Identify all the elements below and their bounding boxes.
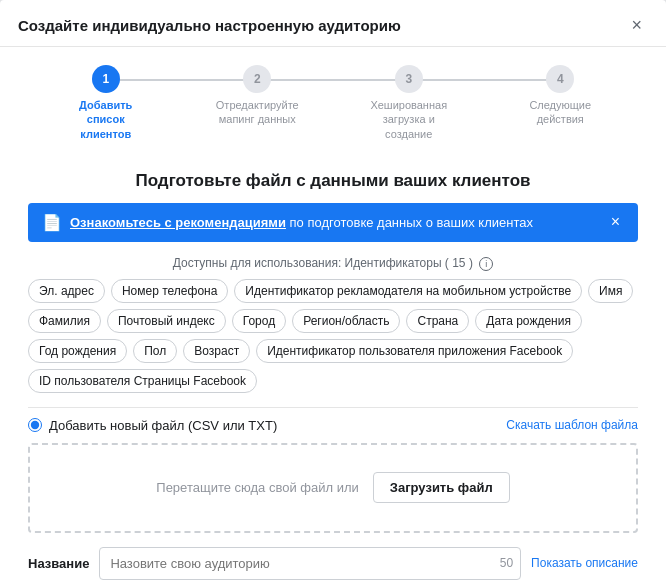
radio-label[interactable]: Добавить новый файл (CSV или TXT) bbox=[28, 418, 277, 433]
dropzone[interactable]: Перетащите сюда свой файл или Загрузить … bbox=[28, 443, 638, 533]
tag-item: Идентификатор пользователя приложения Fa… bbox=[256, 339, 573, 363]
step-2-label: Отредактируйте мапинг данных bbox=[212, 98, 302, 127]
modal-header: Создайте индивидуально настроенную аудит… bbox=[0, 0, 666, 47]
tag-item: Пол bbox=[133, 339, 177, 363]
download-link[interactable]: Скачать шаблон файла bbox=[506, 418, 638, 432]
modal-content: Подготовьте файл с данными ваших клиенто… bbox=[0, 155, 666, 580]
banner-close-button[interactable]: × bbox=[607, 214, 624, 230]
modal-title: Создайте индивидуально настроенную аудит… bbox=[18, 17, 401, 34]
tag-item: ID пользователя Страницы Facebook bbox=[28, 369, 257, 393]
audience-name-input[interactable] bbox=[99, 547, 521, 580]
radio-row: Добавить новый файл (CSV или TXT) Скачат… bbox=[28, 418, 638, 433]
tag-item: Фамилия bbox=[28, 309, 101, 333]
tag-item: Страна bbox=[406, 309, 469, 333]
tag-item: Идентификатор рекламодателя на мобильном… bbox=[234, 279, 582, 303]
step-1: 1 Добавить список клиентов bbox=[30, 65, 182, 141]
step-3: 3 Хешированная загрузка и создание bbox=[333, 65, 485, 141]
tag-item: Возраст bbox=[183, 339, 250, 363]
tag-item: Дата рождения bbox=[475, 309, 582, 333]
doc-icon: 📄 bbox=[42, 213, 62, 232]
tags-container: Эл. адресНомер телефонаИдентификатор рек… bbox=[28, 279, 638, 393]
tag-item: Эл. адрес bbox=[28, 279, 105, 303]
step-4: 4 Следующие действия bbox=[485, 65, 637, 127]
banner-text: 📄 Ознакомьтесь с рекомендациями по подго… bbox=[42, 213, 533, 232]
tag-item: Номер телефона bbox=[111, 279, 228, 303]
modal: Создайте индивидуально настроенную аудит… bbox=[0, 0, 666, 580]
info-banner: 📄 Ознакомьтесь с рекомендациями по подго… bbox=[28, 203, 638, 242]
section-title: Подготовьте файл с данными ваших клиенто… bbox=[28, 171, 638, 191]
available-row: Доступны для использования: Идентификато… bbox=[28, 256, 638, 271]
name-input-wrap: 50 bbox=[99, 547, 521, 580]
step-4-label: Следующие действия bbox=[515, 98, 605, 127]
info-icon[interactable]: i bbox=[479, 257, 493, 271]
step-3-circle: 3 bbox=[395, 65, 423, 93]
step-2: 2 Отредактируйте мапинг данных bbox=[182, 65, 334, 127]
name-row: Название 50 Показать описание bbox=[28, 547, 638, 580]
tag-item: Город bbox=[232, 309, 286, 333]
upload-button[interactable]: Загрузить файл bbox=[373, 472, 510, 503]
banner-link[interactable]: Ознакомьтесь с рекомендациями bbox=[70, 215, 286, 230]
tag-item: Регион/область bbox=[292, 309, 400, 333]
char-count: 50 bbox=[500, 556, 513, 570]
name-label: Название bbox=[28, 556, 89, 571]
show-description-link[interactable]: Показать описание bbox=[531, 556, 638, 570]
steps-bar: 1 Добавить список клиентов 2 Отредактиру… bbox=[0, 47, 666, 155]
tag-item: Год рождения bbox=[28, 339, 127, 363]
banner-rest: по подготовке данных о ваших клиентах bbox=[286, 215, 533, 230]
divider bbox=[28, 407, 638, 408]
step-4-circle: 4 bbox=[546, 65, 574, 93]
step-1-label: Добавить список клиентов bbox=[61, 98, 151, 141]
step-2-circle: 2 bbox=[243, 65, 271, 93]
step-3-label: Хешированная загрузка и создание bbox=[364, 98, 454, 141]
dropzone-placeholder: Перетащите сюда свой файл или bbox=[156, 480, 359, 495]
step-1-circle: 1 bbox=[92, 65, 120, 93]
tag-item: Имя bbox=[588, 279, 633, 303]
tag-item: Почтовый индекс bbox=[107, 309, 226, 333]
radio-input[interactable] bbox=[28, 418, 42, 432]
close-button[interactable]: × bbox=[625, 14, 648, 36]
